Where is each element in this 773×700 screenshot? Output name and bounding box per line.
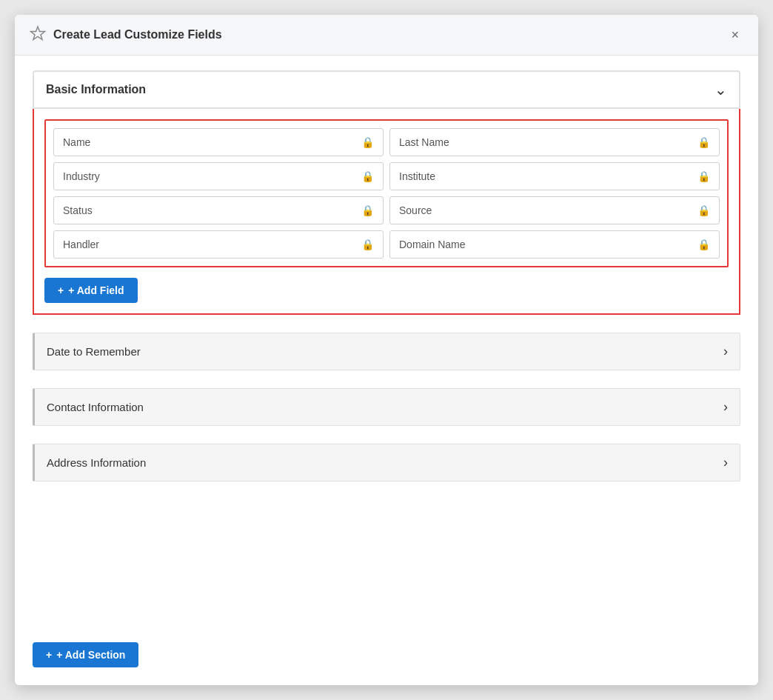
star-icon xyxy=(30,25,46,44)
field-item-institute[interactable]: Institute 🔒 xyxy=(389,162,720,190)
field-label-domain-name: Domain Name xyxy=(399,239,465,250)
field-label-source: Source xyxy=(399,204,432,216)
add-field-button[interactable]: + + Add Field xyxy=(44,278,138,303)
modal-header-left: Create Lead Customize Fields xyxy=(30,25,222,44)
chevron-down-icon: ⌄ xyxy=(715,81,727,99)
field-label-name: Name xyxy=(63,136,90,148)
plus-icon-add-field: + xyxy=(58,284,64,296)
lock-icon-status: 🔒 xyxy=(361,204,374,216)
fields-grid-outer: Name 🔒 Last Name 🔒 Industry 🔒 xyxy=(44,119,729,267)
lock-icon-institute: 🔒 xyxy=(697,170,710,182)
add-field-label: + Add Field xyxy=(68,284,124,296)
field-label-institute: Institute xyxy=(399,170,435,182)
modal-title: Create Lead Customize Fields xyxy=(53,28,222,41)
field-item-name[interactable]: Name 🔒 xyxy=(53,128,384,156)
add-section-label: + Add Section xyxy=(56,649,125,661)
section-address-information: Address Information › xyxy=(33,444,740,481)
section-title-basic-information: Basic Information xyxy=(46,83,146,96)
close-button[interactable]: × xyxy=(726,26,743,44)
chevron-right-icon-date: › xyxy=(723,344,728,359)
field-item-status[interactable]: Status 🔒 xyxy=(53,196,384,224)
lock-icon-industry: 🔒 xyxy=(361,170,374,182)
fields-container-basic-information: Name 🔒 Last Name 🔒 Industry 🔒 xyxy=(33,109,740,315)
section-header-date-to-remember[interactable]: Date to Remember › xyxy=(33,333,740,370)
section-title-address-information: Address Information xyxy=(47,456,146,469)
lock-icon-name: 🔒 xyxy=(361,136,374,148)
field-item-industry[interactable]: Industry 🔒 xyxy=(53,162,384,190)
modal-footer: + + Add Section xyxy=(15,630,758,685)
field-label-handler: Handler xyxy=(63,239,99,250)
lock-icon-domain-name: 🔒 xyxy=(697,239,710,250)
field-item-handler[interactable]: Handler 🔒 xyxy=(53,230,384,259)
section-header-contact-information[interactable]: Contact Information › xyxy=(33,388,740,426)
fields-grid: Name 🔒 Last Name 🔒 Industry 🔒 xyxy=(53,128,720,259)
section-basic-information: Basic Information ⌄ Name 🔒 Last Name xyxy=(33,70,740,315)
field-item-source[interactable]: Source 🔒 xyxy=(389,196,720,224)
field-item-domain-name[interactable]: Domain Name 🔒 xyxy=(389,230,720,259)
field-item-last-name[interactable]: Last Name 🔒 xyxy=(389,128,720,156)
svg-marker-0 xyxy=(31,27,45,40)
section-header-basic-information[interactable]: Basic Information ⌄ xyxy=(33,70,740,109)
field-label-industry: Industry xyxy=(63,170,100,182)
section-title-date-to-remember: Date to Remember xyxy=(47,345,141,358)
chevron-right-icon-address: › xyxy=(723,455,728,470)
add-section-button[interactable]: + + Add Section xyxy=(33,642,138,667)
section-date-to-remember: Date to Remember › xyxy=(33,333,740,370)
plus-icon-add-section: + xyxy=(46,649,52,661)
lock-icon-last-name: 🔒 xyxy=(697,136,710,148)
field-label-last-name: Last Name xyxy=(399,136,449,148)
section-title-contact-information: Contact Information xyxy=(47,401,144,413)
lock-icon-source: 🔒 xyxy=(697,204,710,216)
chevron-right-icon-contact: › xyxy=(723,399,728,415)
modal-header: Create Lead Customize Fields × xyxy=(15,15,758,56)
lock-icon-handler: 🔒 xyxy=(361,239,374,250)
modal: Create Lead Customize Fields × Basic Inf… xyxy=(15,15,758,685)
modal-body: Basic Information ⌄ Name 🔒 Last Name xyxy=(15,56,758,630)
section-contact-information: Contact Information › xyxy=(33,388,740,426)
field-label-status: Status xyxy=(63,204,93,216)
section-header-address-information[interactable]: Address Information › xyxy=(33,444,740,481)
